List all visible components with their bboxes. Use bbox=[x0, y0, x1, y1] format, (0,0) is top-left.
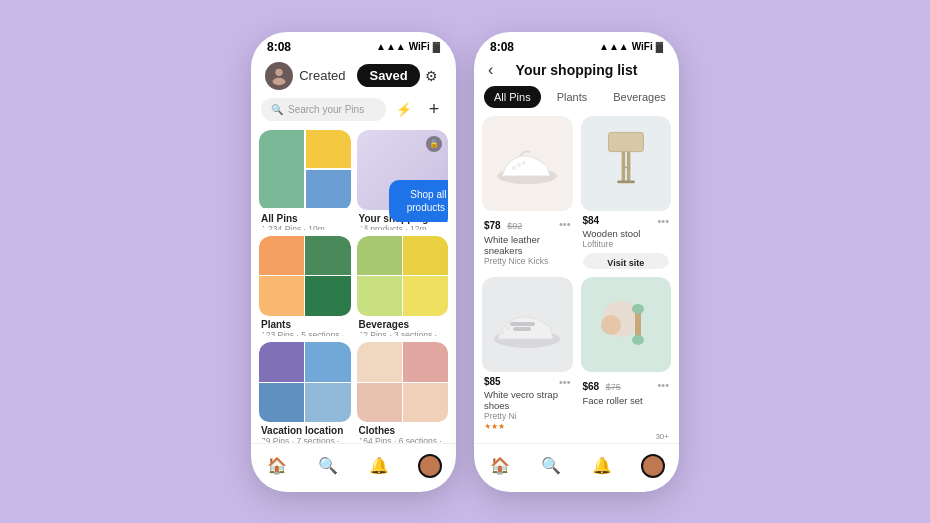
pin-sub-beverages: 62 Pins · 3 sections · 10m bbox=[357, 330, 449, 336]
nav-avatar-2[interactable] bbox=[641, 454, 665, 478]
tab-all-pins[interactable]: All Pins bbox=[484, 86, 541, 108]
phone2-header: ‹ Your shopping list bbox=[474, 58, 679, 86]
more-icon-strap-shoes[interactable]: ••• bbox=[559, 376, 571, 388]
lock-icon: 🔒 bbox=[426, 136, 442, 152]
pin-sub-plants: 123 Pins · 5 sections · 20m bbox=[259, 330, 351, 336]
pin-card-vacation[interactable]: Vacation location 79 Pins · 7 sections ·… bbox=[259, 342, 351, 442]
product-card-sneakers[interactable]: $78 $92 ••• White leather sneakers Prett… bbox=[482, 116, 573, 269]
product-source-stool: Loftiture bbox=[583, 239, 670, 249]
product-card-roller[interactable]: $68 $75 ••• Face roller set bbox=[581, 277, 672, 430]
add-icon[interactable]: + bbox=[422, 98, 446, 122]
product-source-strap-shoes: Pretty Ni bbox=[484, 411, 571, 421]
home-nav-icon-2[interactable]: 🏠 bbox=[488, 454, 512, 478]
product-info-roller: $68 $75 ••• Face roller set bbox=[581, 372, 672, 406]
status-time-2: 8:08 bbox=[490, 40, 514, 54]
pin-card-clothes[interactable]: Clothes 164 Pins · 6 sections · 12m bbox=[357, 342, 449, 442]
page-title: Your shopping list bbox=[516, 62, 638, 78]
status-icons-1: ▲▲▲ WiFi ▓ bbox=[376, 41, 440, 52]
battery-icon: ▓ bbox=[433, 41, 440, 52]
search-input-container[interactable]: 🔍 Search your Pins bbox=[261, 98, 386, 121]
product-card-strap-shoes[interactable]: $85 ••• White vecro strap shoes Pretty N… bbox=[482, 277, 573, 430]
signal-icon: ▲▲▲ bbox=[376, 41, 406, 52]
svg-point-20 bbox=[632, 335, 644, 345]
visit-btn-stool[interactable]: Visit site bbox=[583, 253, 670, 269]
product-info-stool: $84 ••• Wooden stool Loftiture bbox=[581, 211, 672, 249]
search-nav-icon-2[interactable]: 🔍 bbox=[539, 454, 563, 478]
price-sneakers: $78 bbox=[484, 220, 501, 231]
svg-point-16 bbox=[505, 325, 510, 330]
pin-label-plants: Plants bbox=[259, 319, 351, 330]
search-bar: 🔍 Search your Pins ⚡ + bbox=[261, 98, 446, 122]
avatar[interactable] bbox=[265, 62, 293, 90]
svg-rect-7 bbox=[608, 132, 643, 151]
pin-sub-shopping: All products · 12m bbox=[357, 224, 449, 230]
product-name-strap-shoes: White vecro strap shoes bbox=[484, 389, 571, 411]
price-roller: $68 bbox=[583, 381, 600, 392]
products-grid: $78 $92 ••• White leather sneakers Prett… bbox=[474, 116, 679, 430]
product-card-stool[interactable]: $84 ••• Wooden stool Loftiture Visit sit… bbox=[581, 116, 672, 269]
phone-1: 8:08 ▲▲▲ WiFi ▓ Created Saved ⚙ 🔍 Search… bbox=[251, 32, 456, 492]
search-nav-icon[interactable]: 🔍 bbox=[316, 454, 340, 478]
pin-card-shopping[interactable]: 🔒 Your shopping list All products · 12m … bbox=[357, 130, 449, 230]
partial-bottom: 30+ bbox=[474, 430, 679, 443]
bottom-nav-2: 🏠 🔍 🔔 bbox=[474, 443, 679, 492]
back-button[interactable]: ‹ bbox=[488, 61, 493, 79]
home-nav-icon[interactable]: 🏠 bbox=[265, 454, 289, 478]
status-icons-2: ▲▲▲ WiFi ▓ bbox=[599, 41, 663, 52]
tab-saved[interactable]: Saved bbox=[357, 64, 419, 87]
battery-icon-2: ▓ bbox=[656, 41, 663, 52]
pin-label-beverages: Beverages bbox=[357, 319, 449, 330]
status-bar-2: 8:08 ▲▲▲ WiFi ▓ bbox=[474, 32, 679, 58]
product-img-strap-shoes bbox=[482, 277, 573, 372]
pin-card-plants[interactable]: Plants 123 Pins · 5 sections · 20m bbox=[259, 236, 351, 336]
pin-label-vacation: Vacation location bbox=[259, 425, 351, 436]
product-img-roller bbox=[581, 277, 672, 372]
bell-nav-icon[interactable]: 🔔 bbox=[367, 454, 391, 478]
pins-grid: All Pins 1,234 Pins · 10m 🔒 Your shoppin… bbox=[251, 130, 456, 443]
status-bar-1: 8:08 ▲▲▲ WiFi ▓ bbox=[251, 32, 456, 58]
phone-2: 8:08 ▲▲▲ WiFi ▓ ‹ Your shopping list All… bbox=[474, 32, 679, 492]
tooltip-bubble: Shop all your saved products in one plac… bbox=[389, 180, 448, 222]
bell-nav-icon-2[interactable]: 🔔 bbox=[590, 454, 614, 478]
pin-sub-all-pins: 1,234 Pins · 10m bbox=[259, 224, 351, 230]
svg-point-1 bbox=[273, 77, 286, 84]
tab-created[interactable]: Created bbox=[293, 65, 351, 86]
partial-count: 30+ bbox=[655, 432, 669, 441]
pin-card-all-pins[interactable]: All Pins 1,234 Pins · 10m bbox=[259, 130, 351, 230]
phone1-header: Created Saved ⚙ bbox=[251, 58, 456, 98]
more-icon-roller[interactable]: ••• bbox=[657, 379, 669, 391]
tabs-group: Created Saved bbox=[293, 64, 420, 87]
tab-beverages[interactable]: Beverages bbox=[603, 86, 676, 108]
svg-rect-13 bbox=[510, 322, 535, 326]
product-info-strap-shoes: $85 ••• White vecro strap shoes Pretty N… bbox=[482, 372, 573, 430]
price-old-sneakers: $92 bbox=[507, 221, 522, 231]
svg-point-21 bbox=[601, 315, 621, 335]
gear-icon[interactable]: ⚙ bbox=[420, 65, 442, 87]
svg-point-19 bbox=[632, 304, 644, 314]
tab-plants[interactable]: Plants bbox=[547, 86, 598, 108]
product-source-sneakers: Pretty Nice Kicks bbox=[484, 256, 571, 266]
svg-point-15 bbox=[499, 329, 504, 334]
product-name-roller: Face roller set bbox=[583, 395, 670, 406]
signal-icon-2: ▲▲▲ bbox=[599, 41, 629, 52]
bottom-nav-1: 🏠 🔍 🔔 bbox=[251, 443, 456, 492]
stars-strap-shoes: ★★★ bbox=[484, 422, 571, 430]
search-placeholder: Search your Pins bbox=[288, 104, 364, 115]
price-old-roller: $75 bbox=[606, 382, 621, 392]
svg-point-4 bbox=[517, 163, 521, 167]
pin-label-all-pins: All Pins bbox=[259, 213, 351, 224]
product-name-sneakers: White leather sneakers bbox=[484, 234, 571, 256]
filter-icon[interactable]: ⚡ bbox=[392, 98, 416, 122]
price-strap-shoes: $85 bbox=[484, 376, 501, 387]
product-info-sneakers: $78 $92 ••• White leather sneakers Prett… bbox=[482, 211, 573, 269]
product-name-stool: Wooden stool bbox=[583, 228, 670, 239]
search-magnifier-icon: 🔍 bbox=[271, 104, 283, 115]
more-icon-stool[interactable]: ••• bbox=[657, 215, 669, 227]
svg-point-3 bbox=[512, 166, 516, 170]
pin-card-beverages[interactable]: Beverages 62 Pins · 3 sections · 10m bbox=[357, 236, 449, 336]
wifi-icon-2: WiFi bbox=[632, 41, 653, 52]
filter-tabs: All Pins Plants Beverages Vacation C bbox=[474, 86, 679, 116]
pin-sub-vacation: 79 Pins · 7 sections · 4d bbox=[259, 436, 351, 442]
nav-avatar[interactable] bbox=[418, 454, 442, 478]
more-icon-sneakers[interactable]: ••• bbox=[559, 218, 571, 230]
